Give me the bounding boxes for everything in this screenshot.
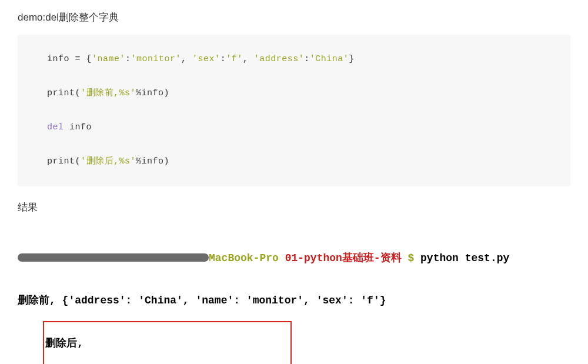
code-token: 'address' <box>254 54 305 64</box>
code-token: , <box>243 54 254 64</box>
code-token: info <box>47 54 75 64</box>
code-token: print <box>47 156 75 166</box>
code-token: % <box>136 88 142 98</box>
code-token: } <box>349 54 355 64</box>
code-token: info <box>142 88 164 98</box>
code-token <box>64 122 70 132</box>
code-line: print('删除前,%s'%info) <box>47 86 547 101</box>
code-token: 'sex' <box>192 54 220 64</box>
code-token: % <box>136 156 142 166</box>
code-token: '删除前,%s' <box>81 88 136 98</box>
terminal-line: 删除后, <box>45 336 286 350</box>
section-heading: demo:del删除整个字典 <box>18 11 570 24</box>
prompt-host: MacBook-Pro <box>209 252 285 264</box>
code-blank-line <box>47 66 547 86</box>
code-token: 'monitor' <box>131 54 182 64</box>
code-token: print <box>47 88 75 98</box>
code-token: { <box>86 54 92 64</box>
code-token: ) <box>164 88 170 98</box>
code-line: info = {'name':'monitor', 'sex':'f', 'ad… <box>47 52 547 66</box>
result-label: 结果 <box>18 201 570 214</box>
code-token: info <box>69 122 92 132</box>
prompt-path: 01-python基础班-资料 <box>285 252 408 264</box>
redacted-bar <box>18 253 209 262</box>
code-token: '删除后,%s' <box>81 156 136 166</box>
terminal-prompt-line: MacBook-Pro 01-python基础班-资料 $ python tes… <box>18 251 570 265</box>
code-token: 'China' <box>310 54 349 64</box>
code-token: 'name' <box>92 54 125 64</box>
code-token: ( <box>75 88 81 98</box>
code-token: , <box>181 54 192 64</box>
error-highlight-box: 删除后, Traceback (most recent call last): … <box>43 321 291 364</box>
code-blank-line <box>47 135 547 155</box>
code-token: del <box>47 122 64 132</box>
code-token: : <box>125 54 131 64</box>
code-token: : <box>220 54 226 64</box>
code-token: ( <box>75 156 81 166</box>
document-page: demo:del删除整个字典 info = {'name':'monitor',… <box>0 0 588 364</box>
terminal-output: MacBook-Pro 01-python基础班-资料 $ python tes… <box>18 222 570 364</box>
code-token: = <box>75 54 86 64</box>
code-block: info = {'name':'monitor', 'sex':'f', 'ad… <box>18 35 570 186</box>
code-token: : <box>304 54 310 64</box>
code-token: 'f' <box>226 54 243 64</box>
terminal-line: 删除前, {'address': 'China', 'name': 'monit… <box>18 293 570 308</box>
prompt-dollar: $ <box>407 252 420 264</box>
prompt-command: python test.py <box>420 252 509 264</box>
code-blank-line <box>47 101 547 121</box>
code-token: info <box>142 156 164 166</box>
code-line: print('删除后,%s'%info) <box>47 155 547 169</box>
code-line: del info <box>47 121 547 135</box>
code-token: ) <box>164 156 170 166</box>
